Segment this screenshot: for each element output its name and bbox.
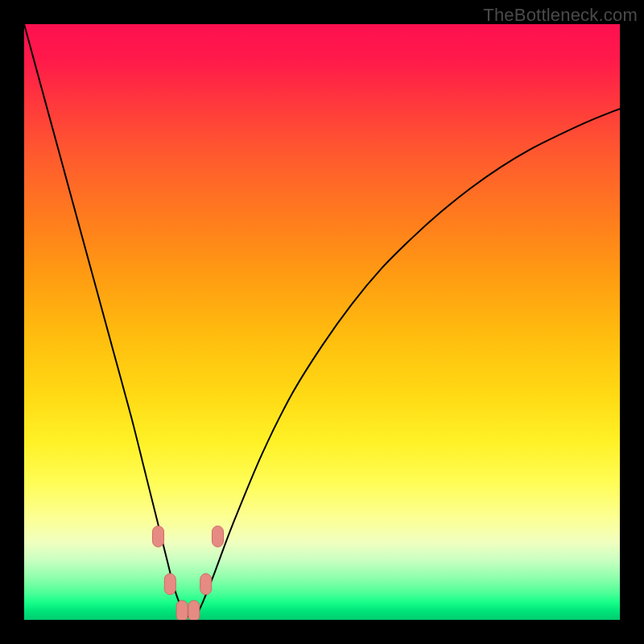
curve-marker bbox=[213, 526, 224, 547]
watermark-text: TheBottleneck.com bbox=[483, 5, 638, 26]
curve-marker bbox=[188, 601, 200, 620]
curve-marker bbox=[176, 601, 188, 620]
chart-frame: TheBottleneck.com bbox=[0, 0, 644, 644]
curve-marker bbox=[164, 574, 175, 595]
curve-marker bbox=[153, 526, 164, 547]
curve-markers bbox=[153, 526, 224, 620]
curve-layer bbox=[24, 24, 620, 620]
bottleneck-curve bbox=[24, 24, 620, 617]
plot-area bbox=[24, 24, 620, 620]
curve-marker bbox=[200, 574, 212, 595]
